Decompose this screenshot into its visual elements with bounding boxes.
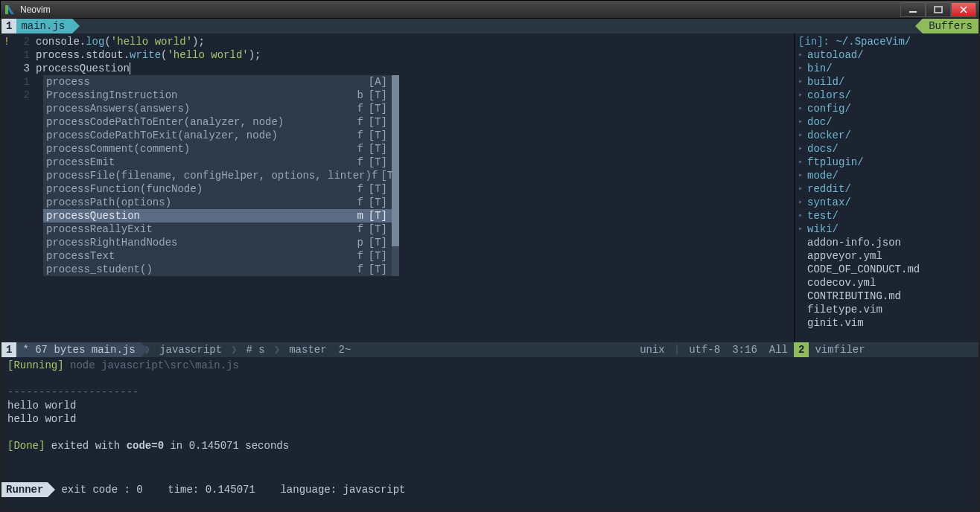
completion-item[interactable]: processCodePathToEnter(analyzer, node)f[… (43, 115, 392, 129)
file-tree-item-name: mode/ (807, 169, 839, 182)
file-tree-file[interactable]: ▸addon-info.json (795, 236, 979, 249)
buffers-label[interactable]: Buffers (923, 19, 979, 33)
completion-item[interactable]: processEmitf[T] (43, 156, 392, 169)
file-tree-folder[interactable]: ▸ftplugin/ (795, 156, 979, 169)
code-text: processQuestion (36, 62, 794, 75)
tab-number: 1 (1, 19, 16, 33)
file-tree-item-name: doc/ (807, 115, 833, 129)
neovim-logo-icon (4, 4, 16, 16)
completion-item[interactable]: process_student()f[T] (43, 263, 392, 276)
file-tree-folder[interactable]: ▸build/ (795, 75, 979, 89)
completion-item[interactable]: process[A] (43, 75, 392, 89)
completion-item[interactable]: ProcessingInstructionb[T] (43, 89, 392, 102)
file-tree-folder[interactable]: ▸reddit/ (795, 182, 979, 196)
file-tree-folder[interactable]: ▸syntax/ (795, 196, 979, 209)
runner-output-line: hello world (7, 412, 973, 426)
runner-done-line: [Done] exited with code=0 in 0.145071 se… (7, 439, 973, 452)
file-tree-file[interactable]: ▸ginit.vim (795, 316, 979, 330)
main-split: !2console.log('hello world');1process.st… (1, 33, 979, 342)
tab-filename: main.js (16, 19, 72, 33)
close-button[interactable] (951, 2, 976, 17)
file-tree-folder[interactable]: ▸autoload/ (795, 48, 979, 62)
file-tree-folder[interactable]: ▸config/ (795, 102, 979, 115)
file-tree-folder[interactable]: ▸colors/ (795, 89, 979, 102)
file-tree-folder[interactable]: ▸docs/ (795, 142, 979, 156)
file-tree-item-name: appveyor.yml (807, 249, 882, 263)
completion-item[interactable]: processAnswers(answers)f[T] (43, 102, 392, 115)
runner-label: Runner (1, 482, 48, 497)
completion-item[interactable]: processQuestionm[T] (43, 209, 392, 223)
code-line[interactable]: 1process.stdout.write('hello world'); (1, 48, 794, 62)
file-tree-folder[interactable]: ▸mode/ (795, 169, 979, 182)
runner-info: exit code : 0 time: 0.145071 language: j… (48, 483, 405, 496)
file-tree-item-name: docs/ (807, 142, 839, 156)
file-tree-file[interactable]: ▸CONTRIBUTING.md (795, 289, 979, 303)
runner-output[interactable]: [Running] node javascript\src\main.js --… (1, 357, 979, 482)
completion-item[interactable]: processComment(comment)f[T] (43, 142, 392, 156)
file-tree-item-name: CONTRIBUTING.md (807, 289, 901, 303)
file-tree-file[interactable]: ▸CODE_OF_CONDUCT.md (795, 263, 979, 276)
popup-scrollbar-thumb[interactable] (392, 75, 399, 246)
statusline-filetree: 2 vimfiler (794, 342, 979, 357)
completion-item[interactable]: processCodePathToExit(analyzer, node)f[T… (43, 129, 392, 142)
line-number: 2 (12, 35, 36, 48)
window-controls (900, 2, 976, 17)
completion-item[interactable]: processRightHandNodesp[T] (43, 236, 392, 249)
completion-item[interactable]: processTextf[T] (43, 249, 392, 263)
sign-column (1, 89, 12, 102)
completion-item[interactable]: processFile(filename, configHelper, opti… (43, 169, 392, 182)
file-tree-folder[interactable]: ▸bin/ (795, 62, 979, 75)
file-tree-folder[interactable]: ▸wiki/ (795, 223, 979, 236)
popup-scrollbar[interactable] (392, 75, 399, 276)
code-line[interactable]: !2console.log('hello world'); (1, 35, 794, 48)
file-tree-folder[interactable]: ▸test/ (795, 209, 979, 223)
completion-item[interactable]: processReallyExitf[T] (43, 223, 392, 236)
statusline-tree-name: vimfiler (809, 342, 871, 357)
file-tree-file[interactable]: ▸filetype.vim (795, 303, 979, 316)
file-tree-file[interactable]: ▸codecov.yml (795, 276, 979, 289)
file-tree-item-name: syntax/ (807, 196, 851, 209)
minimize-button[interactable] (900, 2, 926, 17)
completion-popup[interactable]: process[A]ProcessingInstructionb[T]proce… (43, 75, 399, 276)
chevron-right-icon: ▸ (798, 129, 807, 142)
file-tree-item-name: CODE_OF_CONDUCT.md (807, 263, 920, 276)
file-tree-item-name: bin/ (807, 62, 833, 75)
file-tree-item-name: wiki/ (807, 223, 839, 236)
sign-column: ! (1, 35, 12, 48)
runner-command: node javascript\src\main.js (70, 359, 239, 371)
chevron-right-icon: ▸ (798, 182, 807, 196)
chevron-right-icon: ▸ (798, 196, 807, 209)
completion-item[interactable]: processPath(options)f[T] (43, 196, 392, 209)
command-line[interactable] (1, 497, 979, 511)
file-tree-item-name: colors/ (807, 89, 851, 102)
file-tree-item-name: codecov.yml (807, 276, 876, 289)
window-titlebar: Neovim (0, 0, 980, 19)
window-title: Neovim (20, 3, 900, 16)
file-tree-folder[interactable]: ▸docker/ (795, 129, 979, 142)
statusline-editor: 1 * 67 bytes main.js ❯ javascript ❯ # s … (1, 342, 794, 357)
line-number: 1 (12, 75, 36, 89)
chevron-right-icon: ▸ (798, 209, 807, 223)
runner-output-line: hello world (7, 399, 973, 412)
chevron-right-icon: ▸ (798, 223, 807, 236)
sign-column (1, 62, 12, 75)
statusline-filetype: javascript (153, 342, 228, 357)
chevron-right-icon: ▸ (798, 115, 807, 129)
maximize-button[interactable] (926, 2, 951, 17)
code-line[interactable]: 3processQuestion (1, 62, 794, 75)
tab-main-js[interactable]: 1 main.js (1, 19, 72, 33)
runner-statusline: Runner exit code : 0 time: 0.145071 lang… (1, 482, 979, 497)
file-tree-file[interactable]: ▸appveyor.yml (795, 249, 979, 263)
file-tree-item-name: build/ (807, 75, 844, 89)
file-tree[interactable]: [in]: ~/.SpaceVim/ ▸autoload/▸bin/▸build… (794, 33, 979, 342)
completion-item[interactable]: processFunction(funcNode)f[T] (43, 182, 392, 196)
statusline-changes: 2~ (333, 342, 357, 357)
runner-separator: --------------------- (7, 385, 973, 399)
chevron-right-icon: ▸ (798, 48, 807, 62)
statusline-pos: 3:16 (726, 342, 763, 357)
chevron-right-icon: ▸ (798, 142, 807, 156)
code-editor[interactable]: !2console.log('hello world');1process.st… (1, 33, 794, 342)
statusline-extra: # s (241, 342, 271, 357)
file-tree-folder[interactable]: ▸doc/ (795, 115, 979, 129)
file-tree-header: [in]: ~/.SpaceVim/ (795, 35, 979, 48)
